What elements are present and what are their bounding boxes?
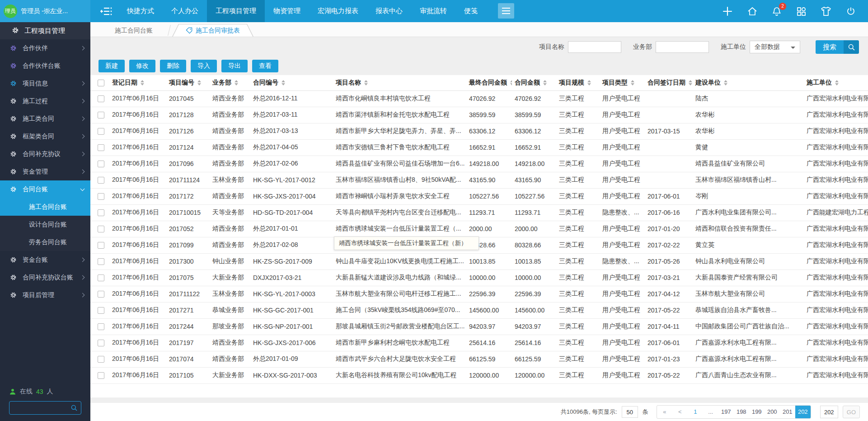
page-button-199[interactable]: 199 bbox=[749, 406, 765, 418]
nav-item-1[interactable]: 个人办公 bbox=[163, 0, 207, 22]
sort-icon[interactable] bbox=[510, 80, 512, 85]
column-header-11[interactable]: 施工单位 bbox=[804, 75, 868, 90]
row-checkbox[interactable] bbox=[98, 291, 104, 298]
power-icon[interactable] bbox=[845, 6, 856, 17]
sidebar-item-10[interactable]: 合同补充协议台账 bbox=[0, 269, 90, 286]
nav-item-5[interactable]: 报表中心 bbox=[367, 0, 411, 22]
column-header-3[interactable]: 合同编号 bbox=[250, 75, 333, 90]
column-header-9[interactable]: 合同签订日期 bbox=[645, 75, 693, 90]
sort-icon[interactable] bbox=[724, 80, 727, 85]
tab-construction-contract-approval[interactable]: 施工合同审批表 bbox=[172, 24, 253, 37]
row-checkbox[interactable] bbox=[98, 372, 104, 379]
row-checkbox[interactable] bbox=[98, 274, 104, 281]
row-checkbox[interactable] bbox=[98, 209, 104, 216]
toolbar-button-2[interactable]: 删除 bbox=[160, 60, 186, 72]
table-row-10[interactable]: 2017年06月16日2017300钟山业务部HK-ZS-SG-2017-009… bbox=[90, 253, 868, 270]
table-row-14[interactable]: 2017年06月16日2017244那坡业务部HK-SG-NP-2017-001… bbox=[90, 318, 868, 335]
column-header-6[interactable]: 合同金额 bbox=[512, 75, 556, 90]
page-button-201[interactable]: 201 bbox=[780, 406, 795, 418]
table-row-9[interactable]: 2017年06月16日2017099靖西业务部外总2017-02-08靖西市绣球… bbox=[90, 237, 868, 253]
table-row-7[interactable]: 2017年06月16日201710015天等业务部HD-SG-TD-2017-0… bbox=[90, 204, 868, 221]
sort-icon[interactable] bbox=[282, 80, 285, 85]
toolbar-button-1[interactable]: 修改 bbox=[129, 60, 155, 72]
sort-icon[interactable] bbox=[689, 80, 692, 85]
sidebar-item-5[interactable]: 框架类合同 bbox=[0, 128, 90, 145]
notifications-icon[interactable]: 2 bbox=[771, 6, 782, 17]
sort-icon[interactable] bbox=[543, 80, 547, 85]
column-header-0[interactable]: 登记日期 bbox=[109, 75, 166, 90]
table-row-13[interactable]: 2017年06月16日2017271恭城业务部HK-SG-GC-2017-001… bbox=[90, 302, 868, 318]
column-header-8[interactable]: 项目类型 bbox=[600, 75, 645, 90]
sidebar-item-6[interactable]: 合同补充协议 bbox=[0, 145, 90, 163]
sidebar-item-8[interactable]: 合同台账 bbox=[0, 180, 90, 198]
sidebar-item-4[interactable]: 施工类合同 bbox=[0, 110, 90, 128]
sidebar-item-9[interactable]: 资金台账 bbox=[0, 251, 90, 269]
sort-icon[interactable] bbox=[631, 80, 634, 85]
table-row-16[interactable]: 2017年06月16日2017074靖西业务部外总2017-01-09靖西市武平… bbox=[90, 351, 868, 367]
select-all-checkbox[interactable] bbox=[98, 80, 104, 86]
sort-icon[interactable] bbox=[141, 80, 144, 85]
table-row-8[interactable]: 2017年06月16日2017052靖西业务部外总2017-01-01靖西市绣球… bbox=[90, 221, 868, 237]
table-row-0[interactable]: 2017年06月16日2017045靖西业务部外总2016-12-11靖西市化峒… bbox=[90, 90, 868, 107]
table-row-2[interactable]: 2017年06月16日2017126靖西业务部外总2017-03-13靖西市新甲… bbox=[90, 123, 868, 139]
row-checkbox[interactable] bbox=[98, 177, 104, 184]
page-button-197[interactable]: 197 bbox=[718, 406, 734, 418]
row-checkbox[interactable] bbox=[98, 356, 104, 363]
nav-item-7[interactable]: 便笺 bbox=[455, 0, 486, 22]
table-row-17[interactable]: 2017年06月16日2017105大新业务部HK-DXX-SG-2017-00… bbox=[90, 367, 868, 383]
row-checkbox[interactable] bbox=[98, 258, 104, 265]
sidebar-subitem-1[interactable]: 设计合同台账 bbox=[0, 216, 90, 233]
nav-item-6[interactable]: 审批流转 bbox=[411, 0, 455, 22]
table-row-5[interactable]: 2017年06月16日201711124玉林业务部HK-SG-YL-2017-0… bbox=[90, 172, 868, 188]
sort-icon[interactable] bbox=[835, 80, 839, 85]
table-row-6[interactable]: 2017年06月16日2017172靖西业务部HK-SG-JXS-2017-00… bbox=[90, 188, 868, 204]
toolbar-button-5[interactable]: 查看 bbox=[252, 60, 278, 72]
business-dept-input[interactable] bbox=[656, 41, 709, 53]
row-checkbox[interactable] bbox=[98, 242, 104, 249]
tab-construction-contract-ledger[interactable]: 施工合同台账 bbox=[101, 24, 166, 37]
sort-icon[interactable] bbox=[235, 80, 238, 85]
row-checkbox[interactable] bbox=[98, 226, 104, 232]
row-checkbox[interactable] bbox=[98, 112, 104, 118]
sidebar-item-2[interactable]: 项目信息 bbox=[0, 75, 90, 92]
nav-item-4[interactable]: 宏湖电力报表 bbox=[309, 0, 367, 22]
sidebar-subitem-2[interactable]: 劳务合同台账 bbox=[0, 233, 90, 251]
row-checkbox[interactable] bbox=[98, 307, 104, 314]
project-name-input[interactable] bbox=[568, 41, 621, 53]
toolbar-button-0[interactable]: 新建 bbox=[99, 60, 125, 72]
avatar[interactable]: 理员 bbox=[4, 5, 17, 18]
row-checkbox[interactable] bbox=[98, 323, 104, 330]
go-button[interactable]: GO bbox=[843, 406, 860, 418]
page-button-200[interactable]: 200 bbox=[765, 406, 780, 418]
row-checkbox[interactable] bbox=[98, 161, 104, 167]
toolbar-button-3[interactable]: 导入 bbox=[191, 60, 217, 72]
page-jump-input[interactable] bbox=[820, 406, 838, 418]
nav-item-2[interactable]: 工程项目管理 bbox=[207, 0, 265, 22]
sort-icon[interactable] bbox=[364, 80, 368, 85]
table-row-1[interactable]: 2017年06月16日2017128靖西业务部外总2017-03-11靖西市渠洋… bbox=[90, 107, 868, 123]
sidebar-item-0[interactable]: 合作伙伴 bbox=[0, 39, 90, 57]
page-button-1[interactable]: 1 bbox=[688, 406, 703, 418]
search-button[interactable]: 搜索 bbox=[816, 40, 859, 54]
row-checkbox[interactable] bbox=[98, 95, 104, 102]
hamburger-menu-icon[interactable] bbox=[498, 3, 514, 19]
add-icon[interactable] bbox=[722, 5, 733, 17]
search-icon[interactable] bbox=[70, 404, 78, 412]
nav-item-3[interactable]: 物资管理 bbox=[265, 0, 309, 22]
sidebar-item-3[interactable]: 施工过程 bbox=[0, 92, 90, 110]
row-checkbox[interactable] bbox=[98, 340, 104, 346]
row-checkbox[interactable] bbox=[98, 128, 104, 135]
sidebar-subitem-0[interactable]: 施工合同台账 bbox=[0, 198, 90, 216]
page-button-<[interactable]: < bbox=[672, 406, 688, 418]
sort-icon[interactable] bbox=[197, 80, 201, 85]
home-icon[interactable] bbox=[747, 6, 758, 17]
menu-collapse-icon[interactable] bbox=[100, 0, 112, 22]
page-size-input[interactable] bbox=[622, 406, 638, 418]
sort-icon[interactable] bbox=[587, 80, 591, 85]
column-header-10[interactable]: 建设单位 bbox=[693, 75, 804, 90]
table-row-15[interactable]: 2017年06月16日2017197靖西业务部HK-SG-JXS-2017-00… bbox=[90, 335, 868, 351]
row-checkbox[interactable] bbox=[98, 144, 104, 151]
page-button-198[interactable]: 198 bbox=[734, 406, 749, 418]
column-header-2[interactable]: 业务部 bbox=[210, 75, 250, 90]
column-header-1[interactable]: 项目编号 bbox=[166, 75, 210, 90]
